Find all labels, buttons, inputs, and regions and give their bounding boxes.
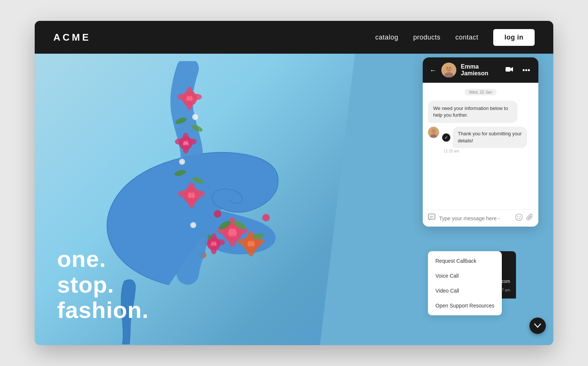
svg-rect-59 — [506, 67, 510, 72]
svg-point-23 — [262, 214, 270, 221]
svg-point-22 — [214, 210, 221, 218]
chat-contact-avatar — [441, 63, 456, 78]
chat-messages-container: Wed, 22 Jan We need your information bel… — [423, 83, 538, 209]
sent-message-1-row: ✓ Thank you for submitting your details!… — [428, 127, 527, 153]
svg-point-14 — [238, 239, 248, 245]
chat-input-row — [423, 209, 538, 227]
chat-header: ← Emma Jamieson — [423, 57, 538, 83]
back-arrow-icon: ← — [429, 66, 437, 74]
attachment-button[interactable] — [526, 214, 533, 223]
chat-date: Wed, 22 Jan — [465, 89, 497, 95]
check-icon: ✓ — [442, 133, 450, 142]
more-dots-icon: ••• — [522, 66, 530, 74]
site-logo: ACME — [53, 32, 375, 43]
chat-message-input[interactable] — [439, 215, 512, 221]
tagline-line1: one. — [57, 246, 149, 272]
svg-point-17 — [248, 246, 254, 256]
svg-point-48 — [194, 116, 197, 119]
svg-point-50 — [181, 160, 184, 163]
chat-back-button[interactable]: ← — [429, 66, 437, 75]
nav-contact[interactable]: contact — [455, 34, 478, 41]
sent-message-1-time: 11:25 am — [442, 149, 459, 153]
navbar: ACME catalog products contact log in — [35, 21, 553, 54]
chat-more-button[interactable]: ••• — [521, 64, 532, 76]
sent-message-1-bubble: Thank you for submitting your details! — [453, 127, 527, 148]
checkmark-icon: ✓ — [444, 135, 448, 140]
sent-message-1-wrap: ✓ Thank you for submitting your details!… — [442, 127, 527, 153]
svg-point-33 — [175, 139, 184, 145]
scroll-down-button[interactable] — [529, 318, 546, 334]
svg-point-35 — [183, 133, 189, 142]
svg-point-5 — [229, 236, 236, 247]
svg-point-30 — [187, 100, 193, 110]
chat-bubble-icon — [428, 214, 435, 223]
svg-point-57 — [447, 67, 448, 69]
chat-widget: ← Emma Jamieson — [423, 57, 538, 227]
video-call-button[interactable] — [502, 65, 516, 76]
svg-point-41 — [188, 183, 195, 193]
navbar-links: catalog products contact log in — [375, 29, 535, 46]
svg-point-65 — [517, 216, 518, 217]
svg-point-9 — [216, 239, 225, 245]
chat-contact-name: Emma Jamieson — [461, 63, 498, 77]
svg-point-29 — [187, 87, 193, 97]
dropdown-video-call[interactable]: Video Call — [428, 283, 502, 298]
svg-point-42 — [188, 198, 195, 208]
emoji-button[interactable] — [515, 214, 523, 223]
tagline-line3: fashion. — [57, 297, 149, 323]
nav-products[interactable]: products — [413, 34, 440, 41]
svg-point-40 — [194, 190, 205, 197]
svg-point-11 — [211, 245, 217, 254]
svg-point-36 — [183, 145, 189, 154]
received-message-1: We need your information below to help y… — [428, 101, 517, 123]
svg-point-64 — [516, 214, 522, 221]
browser-window: ACME catalog products contact log in — [35, 21, 553, 345]
dropdown-request-callback[interactable]: Request Callback — [428, 253, 502, 268]
svg-point-28 — [192, 94, 202, 100]
dropdown-open-support[interactable]: Open Support Resources — [428, 298, 502, 313]
svg-point-61 — [431, 129, 436, 134]
main-content: one. stop. fashion. ← — [35, 54, 553, 345]
svg-point-34 — [188, 139, 197, 145]
svg-point-66 — [520, 216, 520, 217]
svg-point-58 — [450, 67, 451, 69]
hero-tagline: one. stop. fashion. — [57, 246, 149, 323]
sender-avatar — [428, 127, 439, 138]
dropdown-voice-call[interactable]: Voice Call — [428, 268, 502, 283]
svg-point-39 — [178, 190, 188, 197]
chat-dropdown-menu: Request Callback Voice Call Video Call O… — [428, 251, 502, 315]
tagline-line2: stop. — [57, 272, 149, 297]
svg-point-27 — [177, 94, 187, 100]
svg-point-52 — [192, 224, 195, 227]
login-button[interactable]: log in — [493, 29, 535, 46]
svg-point-15 — [254, 239, 265, 245]
svg-rect-63 — [428, 214, 435, 219]
nav-catalog[interactable]: catalog — [375, 34, 398, 41]
sent-message-1-check-row: ✓ Thank you for submitting your details! — [442, 127, 527, 148]
